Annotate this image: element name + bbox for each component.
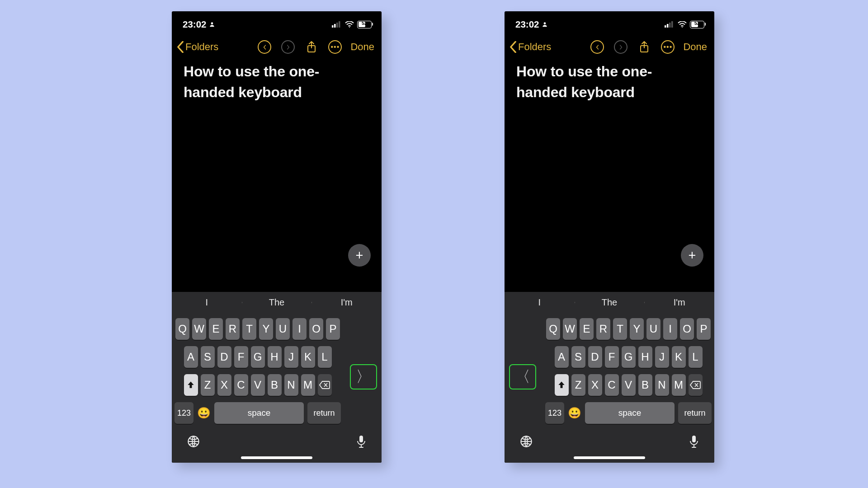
globe-icon[interactable] bbox=[187, 435, 200, 448]
add-button[interactable]: + bbox=[681, 244, 703, 267]
key-o[interactable]: O bbox=[680, 318, 694, 340]
key-x[interactable]: X bbox=[588, 374, 602, 396]
key-g[interactable]: G bbox=[251, 346, 265, 368]
key-d[interactable]: D bbox=[217, 346, 231, 368]
key-a[interactable]: A bbox=[555, 346, 569, 368]
key-l[interactable]: L bbox=[318, 346, 332, 368]
key-h[interactable]: H bbox=[268, 346, 282, 368]
key-emoji[interactable]: 😀 bbox=[197, 402, 211, 424]
key-k[interactable]: K bbox=[301, 346, 315, 368]
key-x[interactable]: X bbox=[217, 374, 231, 396]
back-button[interactable]: Folders bbox=[176, 41, 218, 53]
key-z[interactable]: Z bbox=[201, 374, 215, 396]
wifi-icon bbox=[678, 21, 687, 28]
key-c[interactable]: C bbox=[605, 374, 619, 396]
redo-button bbox=[613, 40, 628, 54]
key-t[interactable]: T bbox=[242, 318, 256, 340]
clock: 23:02 bbox=[183, 19, 206, 30]
key-delete[interactable] bbox=[318, 374, 332, 396]
key-u[interactable]: U bbox=[646, 318, 660, 340]
suggestion-2[interactable]: The bbox=[575, 297, 645, 308]
done-button[interactable]: Done bbox=[350, 41, 374, 53]
back-button[interactable]: Folders bbox=[509, 41, 551, 53]
key-n[interactable]: N bbox=[655, 374, 669, 396]
key-return[interactable]: return bbox=[678, 402, 712, 424]
suggestion-1[interactable]: I bbox=[172, 297, 242, 308]
key-h[interactable]: H bbox=[638, 346, 652, 368]
key-n[interactable]: N bbox=[284, 374, 298, 396]
key-q[interactable]: Q bbox=[546, 318, 560, 340]
suggestion-bar: I The I'm bbox=[505, 292, 714, 313]
key-y[interactable]: Y bbox=[259, 318, 273, 340]
key-delete[interactable] bbox=[689, 374, 703, 396]
expand-handle[interactable]: 〈 bbox=[509, 364, 536, 389]
key-space[interactable]: space bbox=[214, 402, 304, 424]
undo-button[interactable] bbox=[590, 40, 604, 54]
more-button[interactable]: ••• bbox=[328, 40, 342, 54]
key-shift[interactable] bbox=[555, 374, 569, 396]
expand-handle[interactable]: 〉 bbox=[350, 364, 377, 389]
key-c[interactable]: C bbox=[234, 374, 248, 396]
suggestion-2[interactable]: The bbox=[242, 297, 312, 308]
key-o[interactable]: O bbox=[309, 318, 323, 340]
key-d[interactable]: D bbox=[588, 346, 602, 368]
key-b[interactable]: B bbox=[268, 374, 282, 396]
key-q[interactable]: Q bbox=[175, 318, 189, 340]
key-123[interactable]: 123 bbox=[545, 402, 564, 424]
key-e[interactable]: E bbox=[580, 318, 594, 340]
home-indicator[interactable] bbox=[574, 456, 645, 459]
key-p[interactable]: P bbox=[326, 318, 340, 340]
keyboard: I The I'm Q W E R T Y U I O P A bbox=[505, 292, 714, 463]
key-t[interactable]: T bbox=[613, 318, 627, 340]
key-j[interactable]: J bbox=[284, 346, 298, 368]
key-w[interactable]: W bbox=[563, 318, 577, 340]
signal-icon bbox=[665, 21, 675, 28]
key-v[interactable]: V bbox=[251, 374, 265, 396]
key-m[interactable]: M bbox=[672, 374, 686, 396]
key-a[interactable]: A bbox=[184, 346, 198, 368]
key-r[interactable]: R bbox=[596, 318, 610, 340]
key-v[interactable]: V bbox=[622, 374, 636, 396]
key-i[interactable]: I bbox=[663, 318, 677, 340]
undo-button[interactable] bbox=[257, 40, 272, 54]
note-content[interactable]: How to use the one- handed keyboard bbox=[505, 59, 714, 105]
key-i[interactable]: I bbox=[292, 318, 307, 340]
key-b[interactable]: B bbox=[638, 374, 652, 396]
key-p[interactable]: P bbox=[697, 318, 711, 340]
key-e[interactable]: E bbox=[209, 318, 223, 340]
mic-icon[interactable] bbox=[356, 435, 366, 448]
share-button[interactable] bbox=[304, 40, 319, 54]
key-z[interactable]: Z bbox=[571, 374, 585, 396]
signal-icon bbox=[332, 21, 342, 28]
key-shift[interactable] bbox=[184, 374, 198, 396]
add-button[interactable]: + bbox=[348, 244, 371, 267]
suggestion-3[interactable]: I'm bbox=[311, 297, 382, 308]
key-123[interactable]: 123 bbox=[175, 402, 193, 424]
key-f[interactable]: F bbox=[234, 346, 248, 368]
key-space[interactable]: space bbox=[585, 402, 675, 424]
suggestion-1[interactable]: I bbox=[505, 297, 575, 308]
key-w[interactable]: W bbox=[192, 318, 206, 340]
key-emoji[interactable]: 😀 bbox=[568, 402, 581, 424]
note-line-2: handed keyboard bbox=[516, 82, 703, 103]
share-button[interactable] bbox=[637, 40, 651, 54]
key-s[interactable]: S bbox=[571, 346, 585, 368]
key-m[interactable]: M bbox=[301, 374, 315, 396]
key-y[interactable]: Y bbox=[630, 318, 644, 340]
key-r[interactable]: R bbox=[226, 318, 240, 340]
suggestion-3[interactable]: I'm bbox=[644, 297, 714, 308]
key-s[interactable]: S bbox=[201, 346, 215, 368]
key-g[interactable]: G bbox=[622, 346, 636, 368]
more-button[interactable]: ••• bbox=[660, 40, 675, 54]
key-return[interactable]: return bbox=[307, 402, 341, 424]
key-f[interactable]: F bbox=[605, 346, 619, 368]
key-j[interactable]: J bbox=[655, 346, 669, 368]
mic-icon[interactable] bbox=[689, 435, 699, 448]
globe-icon[interactable] bbox=[520, 435, 533, 448]
done-button[interactable]: Done bbox=[683, 41, 707, 53]
note-content[interactable]: How to use the one- handed keyboard bbox=[172, 59, 382, 105]
key-k[interactable]: K bbox=[672, 346, 686, 368]
key-l[interactable]: L bbox=[689, 346, 703, 368]
key-u[interactable]: U bbox=[276, 318, 290, 340]
home-indicator[interactable] bbox=[241, 456, 312, 459]
